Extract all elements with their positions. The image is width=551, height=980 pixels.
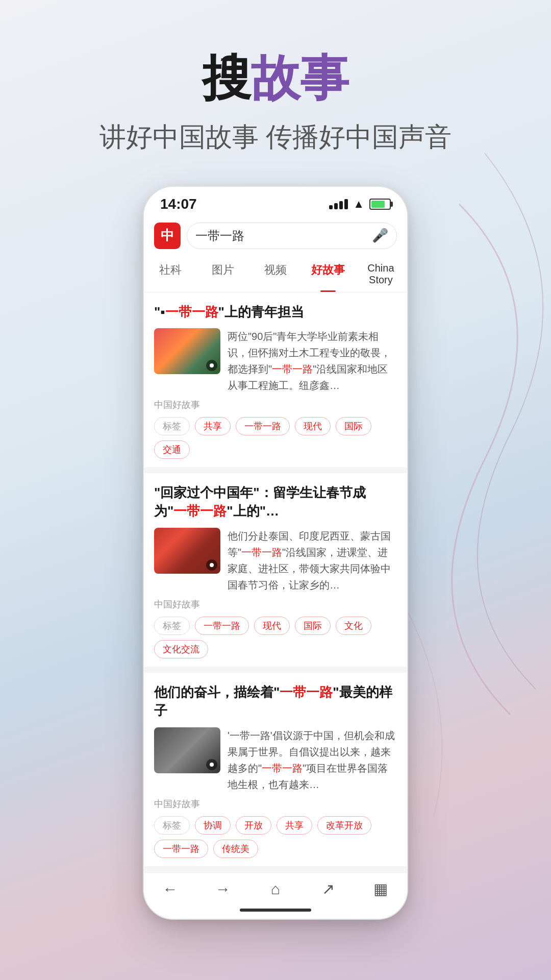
subtitle: 讲好中国故事 传播好中国声音 [0, 119, 551, 155]
content-area: "▪一带一路"上的青年担当 两位"90后"青年大学毕业前素未相识，但怀揣对土木工… [144, 292, 407, 872]
title-sou: 搜 [202, 51, 251, 105]
tag-belt[interactable]: 一带一路 [236, 417, 290, 435]
forward-icon: → [215, 880, 231, 898]
title-area: 搜故事 讲好中国故事 传播好中国声音 [0, 0, 551, 155]
tag-label[interactable]: 标签 [154, 417, 190, 435]
menu-icon: ▦ [373, 880, 388, 898]
tab-china-story[interactable]: China Story [355, 255, 407, 292]
tags-2: 标签 一带一路 现代 国际 文化 文化交流 [154, 617, 397, 658]
home-indicator-bar [240, 909, 311, 912]
tab-tupian[interactable]: 图片 [196, 255, 249, 292]
status-time: 14:07 [160, 196, 197, 212]
tag-share[interactable]: 共享 [195, 417, 231, 435]
tag-intl[interactable]: 国际 [336, 417, 371, 435]
share-icon: ↗ [322, 880, 335, 898]
tab-shipin[interactable]: 视频 [249, 255, 302, 292]
status-icons: ▲ [329, 198, 391, 211]
tag-coord[interactable]: 协调 [195, 816, 231, 835]
app-logo: 中 [154, 223, 181, 249]
article-title-2: "回家过个中国年"：留学生让春节成为"一带一路"上的"… [154, 483, 397, 521]
back-icon: ← [163, 880, 178, 898]
tag-intl-2[interactable]: 国际 [295, 617, 331, 635]
nav-menu-button[interactable]: ▦ [367, 880, 394, 898]
article-thumb-2 [154, 528, 220, 574]
article-body-2: 他们分赴泰国、印度尼西亚、蒙古国等"一带一路"沿线国家，进课堂、进家庭、进社区，… [154, 528, 397, 593]
wifi-icon: ▲ [353, 198, 364, 211]
article-excerpt-2: 他们分赴泰国、印度尼西亚、蒙古国等"一带一路"沿线国家，进课堂、进家庭、进社区，… [228, 528, 397, 593]
tab-sheke[interactable]: 社科 [144, 255, 196, 292]
main-title: 搜故事 [0, 51, 551, 105]
home-icon: ⌂ [271, 880, 280, 898]
article-body-1: 两位"90后"青年大学毕业前素未相识，但怀揣对土木工程专业的敬畏，都选择到"一带… [154, 328, 397, 394]
tag-culture-exchange[interactable]: 文化交流 [154, 640, 208, 658]
nav-share-button[interactable]: ↗ [315, 880, 341, 898]
home-indicator [144, 904, 407, 919]
tag-transport[interactable]: 交通 [154, 440, 190, 459]
tag-traditional[interactable]: 传统美 [213, 840, 258, 858]
tag-belt-3[interactable]: 一带一路 [154, 840, 208, 858]
tag-modern[interactable]: 现代 [295, 417, 331, 435]
search-area: 中 一带一路 🎤 [144, 217, 407, 255]
article-card-2: "回家过个中国年"：留学生让春节成为"一带一路"上的"… 他们分赴泰国、印度尼西… [144, 473, 407, 667]
nav-forward-button[interactable]: → [210, 880, 236, 898]
tags-1: 标签 共享 一带一路 现代 国际 交通 [154, 417, 397, 459]
tag-label-2[interactable]: 标签 [154, 617, 190, 635]
tags-3: 标签 协调 开放 共享 改革开放 一带一路 传统美 [154, 816, 397, 858]
tag-share-3[interactable]: 共享 [277, 816, 312, 835]
tag-belt-2[interactable]: 一带一路 [195, 617, 249, 635]
battery-icon [369, 199, 391, 210]
article-title-3: 他们的奋斗，描绘着"一带一路"最美的样子 [154, 683, 397, 720]
title-gushi: 故事 [251, 51, 349, 105]
search-query: 一带一路 [195, 228, 372, 244]
tag-open[interactable]: 开放 [236, 816, 271, 835]
nav-home-button[interactable]: ⌂ [262, 880, 289, 898]
article-card-3: 他们的奋斗，描绘着"一带一路"最美的样子 '一带一路'倡议源于中国，但机会和成果… [144, 673, 407, 866]
source-label-2: 中国好故事 [154, 598, 397, 610]
article-excerpt-3: '一带一路'倡议源于中国，但机会和成果属于世界。自倡议提出以来，越来越多的"一带… [228, 727, 397, 793]
article-excerpt-1: 两位"90后"青年大学毕业前素未相识，但怀揣对土木工程专业的敬畏，都选择到"一带… [228, 328, 397, 394]
article-thumb-1 [154, 328, 220, 374]
tabs: 社科 图片 视频 好故事 China Story [144, 255, 407, 292]
source-label-3: 中国好故事 [154, 798, 397, 810]
article-thumb-3 [154, 727, 220, 773]
search-input-box[interactable]: 一带一路 🎤 [187, 223, 397, 249]
signal-icon [329, 199, 348, 209]
source-label-1: 中国好故事 [154, 399, 397, 411]
nav-back-button[interactable]: ← [157, 880, 184, 898]
tag-culture[interactable]: 文化 [336, 617, 371, 635]
tag-reform[interactable]: 改革开放 [317, 816, 371, 835]
bottom-nav: ← → ⌂ ↗ ▦ [144, 872, 407, 904]
article-body-3: '一带一路'倡议源于中国，但机会和成果属于世界。自倡议提出以来，越来越多的"一带… [154, 727, 397, 793]
mic-icon[interactable]: 🎤 [372, 228, 388, 243]
article-title-1: "▪一带一路"上的青年担当 [154, 303, 397, 321]
article-card: "▪一带一路"上的青年担当 两位"90后"青年大学毕业前素未相识，但怀揣对土木工… [144, 292, 407, 467]
status-bar: 14:07 ▲ [144, 187, 407, 217]
tab-haogushi[interactable]: 好故事 [302, 255, 355, 292]
tag-modern-2[interactable]: 现代 [254, 617, 290, 635]
tag-label-3[interactable]: 标签 [154, 816, 190, 835]
phone-mockup: 14:07 ▲ 中 一带一路 🎤 社科 图片 视频 好故事 China Stor… [143, 186, 408, 920]
